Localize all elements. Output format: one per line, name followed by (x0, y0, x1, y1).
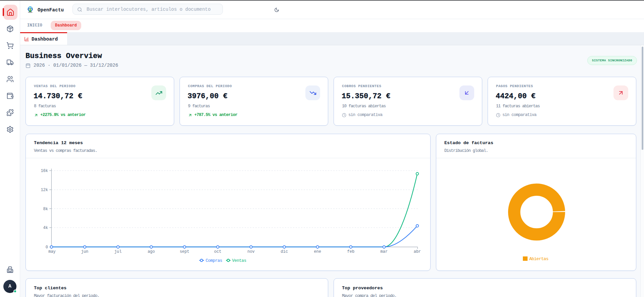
svg-text:0: 0 (46, 245, 48, 250)
svg-text:jul: jul (114, 249, 122, 254)
svg-text:8k: 8k (43, 207, 48, 212)
svg-text:oct: oct (214, 249, 221, 254)
svg-text:may: may (48, 249, 56, 254)
svg-text:16k: 16k (41, 169, 48, 173)
svg-text:dic: dic (281, 249, 288, 254)
svg-text:Compras: Compras (206, 258, 222, 263)
svg-text:Abiertas: Abiertas (529, 256, 548, 261)
svg-text:jun: jun (81, 249, 89, 254)
svg-text:abr: abr (414, 249, 421, 254)
svg-text:nov: nov (247, 249, 255, 254)
svg-text:mar: mar (381, 249, 388, 254)
svg-text:sept: sept (180, 249, 189, 254)
svg-text:ago: ago (148, 249, 155, 254)
svg-text:4k: 4k (43, 226, 48, 230)
svg-text:Ventas: Ventas (232, 258, 246, 263)
svg-text:ene: ene (314, 249, 321, 254)
svg-text:feb: feb (347, 249, 354, 254)
svg-text:12k: 12k (41, 188, 48, 192)
